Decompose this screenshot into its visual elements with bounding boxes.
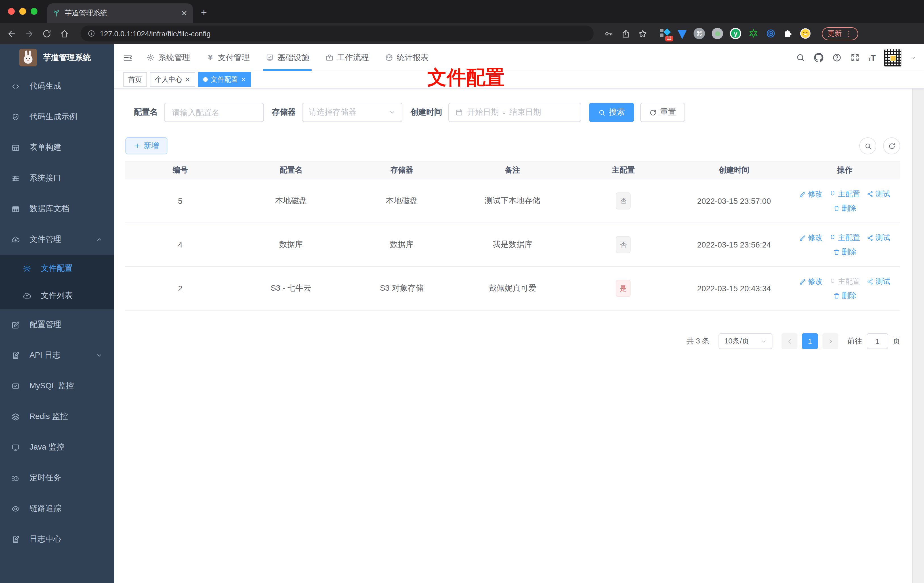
extension-target-icon[interactable] (766, 28, 776, 39)
sidebar-item-代码生成示例[interactable]: 代码生成示例 (0, 102, 114, 132)
sidebar-item-日志中心[interactable]: 日志中心 (0, 524, 114, 555)
sidebar-subitem-文件配置[interactable]: 文件配置 (0, 255, 114, 282)
search-icon[interactable] (796, 53, 805, 63)
add-button-label: 新增 (144, 141, 159, 151)
browser-update-button[interactable]: 更新 ⋮ (822, 27, 858, 40)
add-button[interactable]: 新增 (125, 137, 167, 154)
sidebar-item-数据库文档[interactable]: 数据库文档 (0, 193, 114, 224)
sidebar-item-系统接口[interactable]: 系统接口 (0, 163, 114, 193)
sidebar-item-label: Redis 监控 (30, 411, 68, 422)
topnav-item-统计报表[interactable]: 统计报表 (377, 44, 436, 71)
site-info-icon[interactable] (87, 30, 95, 38)
new-tab-button[interactable]: + (201, 7, 207, 19)
cell-master: 否 (568, 179, 678, 223)
action-edit-link[interactable]: 修改 (799, 233, 823, 243)
tag-close-icon[interactable]: ✕ (241, 76, 246, 83)
action-test-link[interactable]: 测试 (867, 233, 890, 243)
extension-gem-icon[interactable] (678, 30, 687, 39)
action-edit-link[interactable]: 修改 (799, 189, 823, 199)
back-button[interactable] (7, 29, 16, 38)
collapse-sidebar-icon[interactable] (122, 53, 133, 63)
search-button[interactable]: 搜索 (589, 103, 634, 122)
extension-y-icon[interactable]: y (730, 28, 741, 39)
sidebar-item-API 日志[interactable]: API 日志 (0, 340, 114, 371)
sidebar-item-文件管理[interactable]: 文件管理 (0, 224, 114, 255)
topnav-item-label: 支付管理 (218, 53, 250, 63)
action-delete-link[interactable]: 删除 (833, 247, 856, 257)
cell-id: 4 (125, 223, 236, 266)
topnav-item-系统管理[interactable]: 系统管理 (139, 44, 198, 71)
extensions-puzzle-icon[interactable] (783, 28, 793, 39)
page-size-select[interactable]: 10条/页 (719, 333, 772, 349)
password-key-icon[interactable] (604, 29, 614, 38)
tab-close-icon[interactable]: ✕ (181, 9, 187, 17)
action-delete-link[interactable]: 删除 (833, 291, 856, 301)
schedule-icon (12, 474, 20, 482)
github-icon[interactable] (814, 53, 823, 63)
sidebar-item-定时任务[interactable]: 定时任务 (0, 462, 114, 493)
help-icon[interactable] (832, 53, 842, 63)
shield-check-icon (12, 113, 20, 121)
close-window-button[interactable] (8, 8, 15, 15)
forward-button[interactable] (25, 29, 34, 38)
action-delete-link[interactable]: 删除 (833, 203, 856, 213)
action-test-link[interactable]: 测试 (867, 276, 890, 286)
sidebar-item-表单构建[interactable]: 表单构建 (0, 132, 114, 163)
zoom-window-button[interactable] (31, 8, 38, 15)
refresh-table-button[interactable] (883, 137, 900, 154)
action-edit-link[interactable]: 修改 (799, 276, 823, 286)
fullscreen-icon[interactable] (850, 53, 860, 63)
sidebar-item-Java 监控[interactable]: Java 监控 (0, 432, 114, 462)
extension-emoji-icon[interactable] (800, 28, 811, 39)
action-master-link[interactable]: 主配置 (830, 189, 860, 199)
extension-star-icon[interactable] (748, 28, 759, 39)
tag-文件配置[interactable]: 文件配置✕ (198, 72, 251, 87)
tag-个人中心[interactable]: 个人中心✕ (150, 72, 195, 87)
browser-menu-icon[interactable]: ⋮ (845, 29, 853, 38)
font-size-icon[interactable]: тT (868, 53, 875, 63)
reset-button[interactable]: 重置 (640, 103, 685, 122)
tag-首页[interactable]: 首页 (123, 72, 147, 87)
action-test-link[interactable]: 测试 (867, 189, 890, 199)
date-range-picker[interactable]: 开始日期 - 结束日期 (449, 103, 581, 122)
sidebar-subitem-文件列表[interactable]: 文件列表 (0, 282, 114, 309)
extension-dimensions-icon[interactable]: 11 (660, 28, 671, 39)
extension-dot-icon[interactable] (712, 28, 723, 39)
topnav-item-基础设施[interactable]: 基础设施 (258, 44, 317, 71)
chevron-up-icon (96, 236, 103, 243)
page-number-button[interactable]: 1 (802, 333, 818, 349)
sidebar-item-链路追踪[interactable]: 链路追踪 (0, 493, 114, 524)
config-name-input[interactable] (164, 103, 264, 122)
config-name-field[interactable] (171, 107, 257, 117)
tag-close-icon[interactable]: ✕ (185, 76, 190, 83)
url-bar[interactable]: 127.0.0.1:1024/infra/file/file-config (81, 26, 594, 41)
row-actions: 修改主配置测试删除 (792, 189, 898, 213)
minimize-window-button[interactable] (19, 8, 26, 15)
sidebar-item-Redis 监控[interactable]: Redis 监控 (0, 401, 114, 432)
scrollbar-gutter[interactable] (912, 89, 924, 583)
sidebar-item-MySQL 监控[interactable]: MySQL 监控 (0, 371, 114, 401)
bookmark-star-icon[interactable] (638, 29, 648, 38)
column-header-存储器: 存储器 (346, 162, 457, 179)
goto-page-input[interactable] (867, 333, 888, 349)
prev-page-button[interactable] (782, 333, 797, 349)
sidebar-item-配置管理[interactable]: 配置管理 (0, 309, 114, 340)
extension-command-icon[interactable]: ⌘ (693, 28, 705, 39)
date-separator: - (503, 108, 505, 117)
show-search-button[interactable] (859, 137, 876, 154)
storage-select[interactable]: 请选择存储器 (302, 103, 403, 122)
app-logo-row[interactable]: 芋道管理系统 (0, 44, 114, 71)
home-button[interactable] (59, 29, 69, 38)
share-icon[interactable] (621, 29, 630, 38)
next-page-button[interactable] (822, 333, 838, 349)
topnav-item-支付管理[interactable]: ¥支付管理 (198, 44, 258, 71)
sidebar-item-代码生成[interactable]: 代码生成 (0, 71, 114, 102)
reload-button[interactable] (42, 29, 52, 38)
code-icon (12, 82, 20, 91)
topnav-item-工作流程[interactable]: 工作流程 (317, 44, 377, 71)
sidebar-menu: 代码生成代码生成示例表单构建系统接口数据库文档文件管理文件配置文件列表配置管理A… (0, 71, 114, 555)
avatar-caret-icon[interactable] (911, 55, 916, 61)
action-master-link[interactable]: 主配置 (830, 233, 860, 243)
browser-tab[interactable]: 芋道管理系统 ✕ (47, 3, 193, 23)
avatar[interactable] (884, 48, 902, 67)
